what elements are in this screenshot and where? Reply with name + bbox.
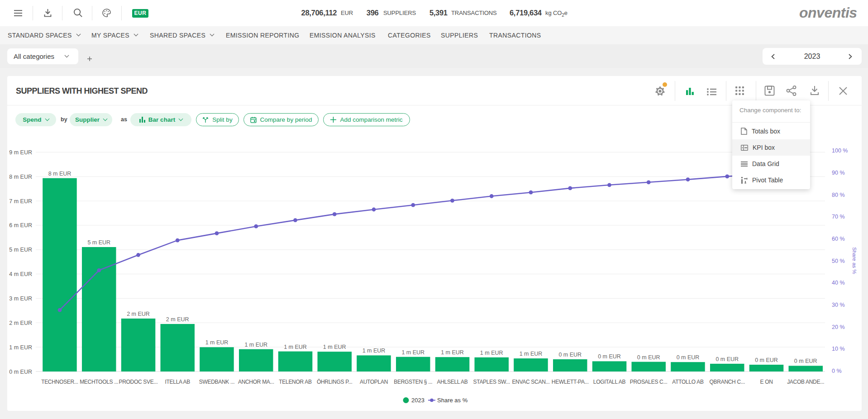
svg-text:0 m EUR: 0 m EUR xyxy=(637,354,660,361)
svg-text:0 m EUR: 0 m EUR xyxy=(677,354,700,361)
svg-text:2023: 2023 xyxy=(411,397,424,404)
svg-text:1 m EUR: 1 m EUR xyxy=(284,344,307,350)
svg-text:3 m EUR: 3 m EUR xyxy=(9,295,32,302)
svg-text:E ON: E ON xyxy=(760,379,773,385)
svg-text:0 m EUR: 0 m EUR xyxy=(598,353,621,360)
svg-text:2 m EUR: 2 m EUR xyxy=(166,316,189,323)
svg-text:BERGSTEN § ...: BERGSTEN § ... xyxy=(394,379,432,385)
svg-text:1 m EUR: 1 m EUR xyxy=(401,349,424,356)
svg-text:1 m EUR: 1 m EUR xyxy=(480,350,503,356)
svg-text:Share as %: Share as % xyxy=(852,247,857,274)
svg-text:0 m EUR: 0 m EUR xyxy=(715,356,739,362)
svg-text:TECHNOSER...: TECHNOSER... xyxy=(41,379,78,385)
svg-text:4 m EUR: 4 m EUR xyxy=(9,271,32,277)
svg-text:80 %: 80 % xyxy=(832,192,845,198)
svg-text:2 m EUR: 2 m EUR xyxy=(127,311,150,317)
svg-text:ENVAC SCAN...: ENVAC SCAN... xyxy=(512,379,549,385)
svg-text:PROSALES C...: PROSALES C... xyxy=(630,379,668,385)
svg-text:2 m EUR: 2 m EUR xyxy=(9,320,32,326)
svg-text:HEWLETT-PA...: HEWLETT-PA... xyxy=(552,379,589,385)
svg-text:1 m EUR: 1 m EUR xyxy=(520,351,543,357)
svg-text:5 m EUR: 5 m EUR xyxy=(9,247,32,253)
svg-text:7 m EUR: 7 m EUR xyxy=(9,198,32,205)
svg-text:1 m EUR: 1 m EUR xyxy=(323,344,346,350)
svg-text:40 %: 40 % xyxy=(832,280,845,286)
svg-text:1 m EUR: 1 m EUR xyxy=(441,349,464,356)
svg-text:1 m EUR: 1 m EUR xyxy=(205,339,229,346)
svg-text:0 m EUR: 0 m EUR xyxy=(9,369,32,375)
svg-text:ANCHOR MA...: ANCHOR MA... xyxy=(238,379,274,385)
svg-text:60 %: 60 % xyxy=(832,236,845,242)
svg-text:30 %: 30 % xyxy=(832,302,845,308)
svg-text:1 m EUR: 1 m EUR xyxy=(244,342,267,348)
svg-text:MECHTOOLS ...: MECHTOOLS ... xyxy=(80,379,118,385)
svg-text:5 m EUR: 5 m EUR xyxy=(87,239,110,246)
svg-text:0 m EUR: 0 m EUR xyxy=(558,352,582,358)
svg-text:Share as %: Share as % xyxy=(437,397,468,404)
svg-text:0 %: 0 % xyxy=(832,368,842,374)
svg-text:8 m EUR: 8 m EUR xyxy=(9,174,32,180)
svg-text:8 m EUR: 8 m EUR xyxy=(48,171,72,177)
svg-text:PRODOC SVE...: PRODOC SVE... xyxy=(119,379,157,385)
svg-text:90 %: 90 % xyxy=(832,170,845,176)
svg-text:QBRANCH C...: QBRANCH C... xyxy=(710,379,745,385)
svg-text:70 %: 70 % xyxy=(832,214,845,220)
svg-text:TELENOR AB: TELENOR AB xyxy=(279,379,312,385)
svg-text:STAPLES SW...: STAPLES SW... xyxy=(473,379,510,385)
svg-text:SWEDBANK ...: SWEDBANK ... xyxy=(199,379,234,385)
svg-text:ITELLA AB: ITELLA AB xyxy=(165,379,191,385)
svg-text:1 m EUR: 1 m EUR xyxy=(362,348,386,354)
svg-text:ATTOLLO AB: ATTOLLO AB xyxy=(672,379,704,385)
svg-text:10 %: 10 % xyxy=(832,346,845,352)
svg-text:9 m EUR: 9 m EUR xyxy=(9,149,32,156)
svg-text:AHLSELL AB: AHLSELL AB xyxy=(437,379,468,385)
svg-text:JACOB ANDE...: JACOB ANDE... xyxy=(787,379,824,385)
svg-text:20 %: 20 % xyxy=(832,324,845,330)
svg-text:100 %: 100 % xyxy=(832,148,848,154)
svg-text:ÖHRLINGS P...: ÖHRLINGS P... xyxy=(317,379,353,385)
svg-text:LOGITALL AB: LOGITALL AB xyxy=(593,379,626,385)
svg-text:1 m EUR: 1 m EUR xyxy=(9,344,32,351)
svg-text:0 m EUR: 0 m EUR xyxy=(794,358,817,364)
svg-text:0 m EUR: 0 m EUR xyxy=(755,357,778,363)
svg-text:50 %: 50 % xyxy=(832,258,845,264)
svg-text:AUTOPLAN: AUTOPLAN xyxy=(360,379,388,385)
svg-text:6 m EUR: 6 m EUR xyxy=(9,222,32,229)
